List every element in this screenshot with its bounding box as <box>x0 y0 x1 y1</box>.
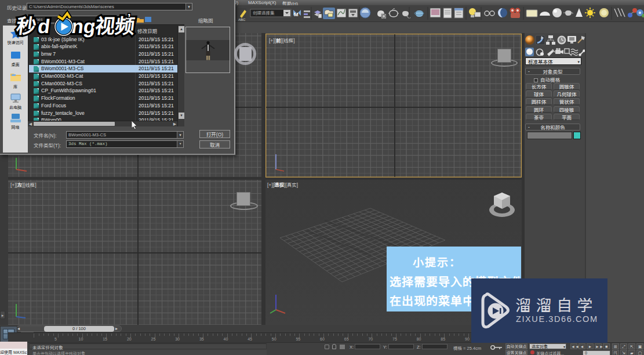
svg-text:d: d <box>37 15 51 37</box>
svg-text:秒: 秒 <box>15 10 38 39</box>
svg-text:ng: ng <box>70 15 97 37</box>
svg-text:视频: 视频 <box>94 10 137 39</box>
svg-text:’: ’ <box>128 12 131 24</box>
